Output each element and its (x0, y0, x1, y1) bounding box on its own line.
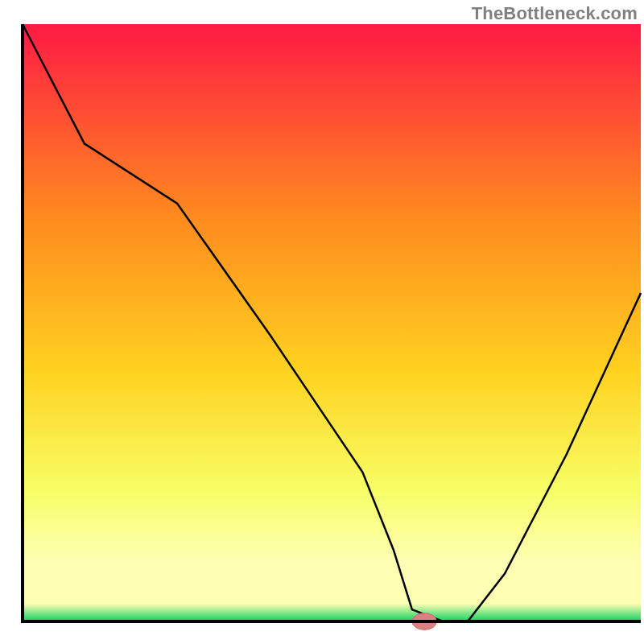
chart-container: TheBottleneck.com (0, 0, 644, 644)
plot-background (23, 24, 641, 621)
bottleneck-chart (0, 0, 644, 644)
